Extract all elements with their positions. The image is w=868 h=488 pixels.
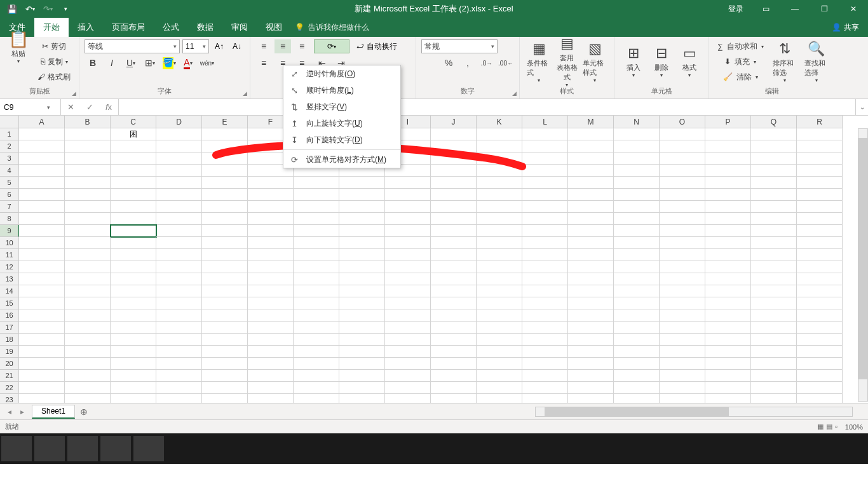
cell-M18[interactable] xyxy=(568,334,614,346)
cell-A10[interactable] xyxy=(19,237,65,249)
cell-E13[interactable] xyxy=(202,273,248,285)
sheet-nav-prev-icon[interactable]: ◂ xyxy=(4,407,15,416)
cell-O9[interactable] xyxy=(660,225,705,237)
cell-A23[interactable] xyxy=(19,394,65,403)
clipboard-launcher-icon[interactable]: ◢ xyxy=(72,90,76,97)
comma-button[interactable]: , xyxy=(459,56,476,70)
share-button[interactable]: 👤 共享 xyxy=(823,18,868,37)
cell-C17[interactable] xyxy=(111,322,156,334)
cell-A18[interactable] xyxy=(19,334,65,346)
cell-K19[interactable] xyxy=(477,346,522,358)
cell-A6[interactable] xyxy=(19,189,65,201)
cut-button[interactable]: ✂剪切 xyxy=(34,39,74,53)
tab-home[interactable]: 开始 xyxy=(34,18,69,37)
cell-K7[interactable] xyxy=(477,201,522,213)
menu-vertical-text[interactable]: ⇅竖排文字(V) xyxy=(283,98,400,115)
cell-K14[interactable] xyxy=(477,285,522,297)
cell-E5[interactable] xyxy=(202,177,248,189)
cell-G15[interactable] xyxy=(294,297,339,309)
copy-button[interactable]: ⎘复制▾ xyxy=(34,55,74,69)
cell-Q17[interactable] xyxy=(751,322,797,334)
cell-P20[interactable] xyxy=(705,358,751,370)
cell-N14[interactable] xyxy=(614,285,660,297)
cell-H6[interactable] xyxy=(339,189,385,201)
cell-B2[interactable] xyxy=(65,140,111,152)
vscroll-thumb[interactable] xyxy=(858,138,867,379)
cell-E12[interactable] xyxy=(202,261,248,273)
cell-L8[interactable] xyxy=(522,213,568,225)
cell-K18[interactable] xyxy=(477,334,522,346)
cell-M19[interactable] xyxy=(568,346,614,358)
cell-E17[interactable] xyxy=(202,322,248,334)
insert-cells-button[interactable]: ⊞插入▾ xyxy=(620,39,648,84)
cell-P12[interactable] xyxy=(705,261,751,273)
bold-button[interactable]: B xyxy=(85,56,101,70)
spreadsheet-grid[interactable]: ABCDEFGHIJKLMNOPQR 123456789101112131415… xyxy=(0,116,868,403)
border-button[interactable]: ⊞▾ xyxy=(142,56,158,70)
cell-P18[interactable] xyxy=(705,334,751,346)
cell-N19[interactable] xyxy=(614,346,660,358)
font-launcher-icon[interactable]: ◢ xyxy=(243,90,247,97)
cell-O14[interactable] xyxy=(660,285,705,297)
cell-M20[interactable] xyxy=(568,358,614,370)
row-header-14[interactable]: 14 xyxy=(0,285,19,297)
cell-Q10[interactable] xyxy=(751,237,797,249)
cell-L5[interactable] xyxy=(522,177,568,189)
cell-D2[interactable] xyxy=(156,140,202,152)
row-header-13[interactable]: 13 xyxy=(0,273,19,285)
cell-P23[interactable] xyxy=(705,394,751,403)
cell-A13[interactable] xyxy=(19,273,65,285)
taskbar-item[interactable] xyxy=(67,436,98,461)
cell-R1[interactable] xyxy=(797,128,843,140)
cell-D21[interactable] xyxy=(156,370,202,382)
cell-E15[interactable] xyxy=(202,297,248,309)
zoom-level[interactable]: 100% xyxy=(845,423,863,431)
cell-I9[interactable] xyxy=(385,225,431,237)
cell-R22[interactable] xyxy=(797,382,843,394)
cell-M9[interactable] xyxy=(568,225,614,237)
cell-B22[interactable] xyxy=(65,382,111,394)
cell-M21[interactable] xyxy=(568,370,614,382)
cell-D5[interactable] xyxy=(156,177,202,189)
cell-J23[interactable] xyxy=(431,394,477,403)
cell-L11[interactable] xyxy=(522,249,568,261)
row-header-21[interactable]: 21 xyxy=(0,370,19,382)
cell-Q19[interactable] xyxy=(751,346,797,358)
formula-input[interactable] xyxy=(119,99,855,115)
cell-O5[interactable] xyxy=(660,177,705,189)
orientation-button[interactable]: ⟳▾ xyxy=(314,39,349,53)
cell-A11[interactable] xyxy=(19,249,65,261)
row-header-5[interactable]: 5 xyxy=(0,177,19,189)
cell-O8[interactable] xyxy=(660,213,705,225)
number-launcher-icon[interactable]: ◢ xyxy=(512,90,517,97)
cell-E6[interactable] xyxy=(202,189,248,201)
cell-N12[interactable] xyxy=(614,261,660,273)
cell-M6[interactable] xyxy=(568,189,614,201)
row-header-15[interactable]: 15 xyxy=(0,297,19,309)
cell-O3[interactable] xyxy=(660,152,705,165)
cell-M8[interactable] xyxy=(568,213,614,225)
namebox-dropdown-icon[interactable]: ▾ xyxy=(44,104,53,111)
cell-P10[interactable] xyxy=(705,237,751,249)
cell-D3[interactable] xyxy=(156,152,202,165)
cell-L10[interactable] xyxy=(522,237,568,249)
cell-J11[interactable] xyxy=(431,249,477,261)
cell-Q21[interactable] xyxy=(751,370,797,382)
cell-A16[interactable] xyxy=(19,309,65,322)
cell-C12[interactable] xyxy=(111,261,156,273)
cell-H19[interactable] xyxy=(339,346,385,358)
cell-A12[interactable] xyxy=(19,261,65,273)
cell-P2[interactable] xyxy=(705,140,751,152)
cell-C3[interactable] xyxy=(111,152,156,165)
cell-M15[interactable] xyxy=(568,297,614,309)
name-box-input[interactable] xyxy=(0,103,44,112)
cell-J9[interactable] xyxy=(431,225,477,237)
menu-format-alignment[interactable]: ⟳设置单元格对齐方式(M) xyxy=(283,151,400,168)
cell-C14[interactable] xyxy=(111,285,156,297)
align-bottom-button[interactable]: ≡ xyxy=(294,39,310,53)
cell-N22[interactable] xyxy=(614,382,660,394)
cell-O1[interactable] xyxy=(660,128,705,140)
cell-N16[interactable] xyxy=(614,309,660,322)
undo-icon[interactable]: ↶▾ xyxy=(22,1,38,17)
cell-A17[interactable] xyxy=(19,322,65,334)
